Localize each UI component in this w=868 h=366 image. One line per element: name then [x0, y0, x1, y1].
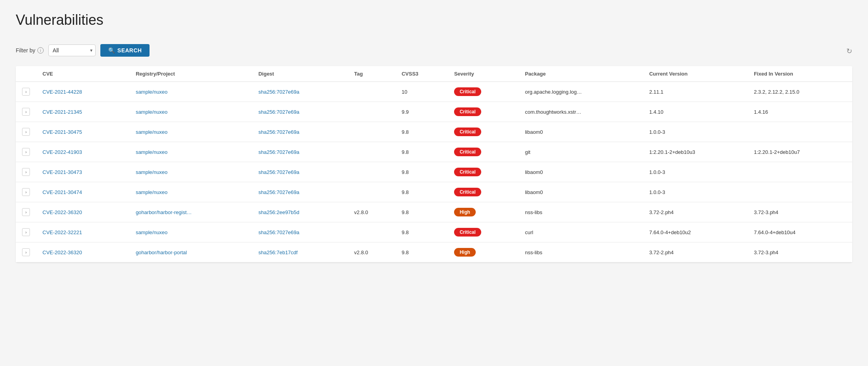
fixed-version-cell: 3.72-3.ph4: [748, 242, 852, 262]
cve-link[interactable]: CVE-2022-36320: [42, 209, 82, 215]
expand-button[interactable]: ›: [22, 108, 30, 116]
fixed-version-cell: 1:2.20.1-2+deb10u7: [748, 142, 852, 162]
cvss3-cell: 9.8: [395, 222, 448, 242]
package-cell: git: [519, 142, 643, 162]
digest-link[interactable]: sha256:7027e69a: [259, 229, 299, 235]
cve-link[interactable]: CVE-2021-30475: [42, 129, 82, 135]
expand-button[interactable]: ›: [22, 128, 30, 136]
filter-info-icon[interactable]: i: [37, 47, 44, 54]
registry-project-link[interactable]: sample/nuxeo: [136, 229, 168, 235]
vulnerabilities-table: CVE Registry/Project Digest Tag CVSS3 Se…: [16, 66, 852, 262]
registry-project-link[interactable]: sample/nuxeo: [136, 129, 168, 135]
digest-link[interactable]: sha256:7027e69a: [259, 149, 299, 155]
current-version-cell: 7.64.0-4+deb10u2: [643, 222, 748, 242]
current-version-cell: 1:2.20.1-2+deb10u3: [643, 142, 748, 162]
cvss3-cell: 9.8: [395, 162, 448, 182]
cve-link[interactable]: CVE-2022-32221: [42, 229, 82, 235]
digest-link[interactable]: sha256:7027e69a: [259, 109, 299, 115]
cve-link[interactable]: CVE-2021-30473: [42, 169, 82, 175]
registry-project-link[interactable]: goharbor/harbor-regist…: [136, 209, 192, 215]
registry-project-link[interactable]: sample/nuxeo: [136, 189, 168, 195]
cvss3-cell: 9.8: [395, 182, 448, 202]
severity-badge: Critical: [454, 188, 481, 196]
severity-badge: Critical: [454, 148, 481, 156]
cve-link[interactable]: CVE-2021-44228: [42, 89, 82, 95]
col-package: Package: [519, 66, 643, 82]
registry-project-link[interactable]: sample/nuxeo: [136, 109, 168, 115]
col-fixed-version: Fixed In Version: [748, 66, 852, 82]
tag-cell: [348, 162, 395, 182]
package-cell: libaom0: [519, 162, 643, 182]
package-cell: nss-libs: [519, 202, 643, 222]
digest-link[interactable]: sha256:7027e69a: [259, 169, 299, 175]
registry-project-link[interactable]: sample/nuxeo: [136, 149, 168, 155]
refresh-icon[interactable]: ↻: [846, 47, 852, 55]
fixed-version-cell: 7.64.0-4+deb10u4: [748, 222, 852, 242]
tag-cell: v2.8.0: [348, 202, 395, 222]
expand-button[interactable]: ›: [22, 148, 30, 156]
digest-link[interactable]: sha256:2ee97b5d: [259, 209, 299, 215]
current-version-cell: 2.11.1: [643, 82, 748, 102]
severity-badge: Critical: [454, 228, 481, 237]
current-version-cell: 3.72-2.ph4: [643, 202, 748, 222]
cvss3-cell: 9.8: [395, 122, 448, 142]
filter-label: Filter by i: [16, 47, 44, 54]
fixed-version-cell: 2.3.2, 2.12.2, 2.15.0: [748, 82, 852, 102]
cvss3-cell: 9.9: [395, 102, 448, 122]
package-cell: org.apache.logging.log…: [519, 82, 643, 102]
col-registry: Registry/Project: [129, 66, 252, 82]
col-severity: Severity: [448, 66, 519, 82]
expand-button[interactable]: ›: [22, 228, 30, 236]
cvss3-cell: 9.8: [395, 142, 448, 162]
table-row: › CVE-2021-30473 sample/nuxeo sha256:702…: [16, 162, 852, 182]
cve-link[interactable]: CVE-2021-30474: [42, 189, 82, 195]
package-cell: libaom0: [519, 122, 643, 142]
cve-link[interactable]: CVE-2021-21345: [42, 109, 82, 115]
tag-cell: v2.8.0: [348, 242, 395, 262]
package-cell: nss-libs: [519, 242, 643, 262]
severity-badge: Critical: [454, 128, 481, 136]
expand-button[interactable]: ›: [22, 188, 30, 196]
col-current-version: Current Version: [643, 66, 748, 82]
table-row: › CVE-2021-30474 sample/nuxeo sha256:702…: [16, 182, 852, 202]
expand-button[interactable]: ›: [22, 168, 30, 176]
tag-cell: [348, 82, 395, 102]
current-version-cell: 3.72-2.ph4: [643, 242, 748, 262]
search-icon: 🔍: [108, 47, 115, 54]
tag-cell: [348, 122, 395, 142]
fixed-version-cell: [748, 162, 852, 182]
filter-select-wrapper: All Critical High Medium Low None Unknow…: [48, 44, 96, 56]
page-title: Vulnerabilities: [16, 12, 852, 28]
fixed-version-cell: 1.4.16: [748, 102, 852, 122]
table-row: › CVE-2021-44228 sample/nuxeo sha256:702…: [16, 82, 852, 102]
current-version-cell: 1.4.10: [643, 102, 748, 122]
col-cve: CVE: [36, 66, 129, 82]
registry-project-link[interactable]: goharbor/harbor-portal: [136, 250, 187, 255]
digest-link[interactable]: sha256:7027e69a: [259, 129, 299, 135]
table-row: › CVE-2022-36320 goharbor/harbor-portal …: [16, 242, 852, 262]
digest-link[interactable]: sha256:7027e69a: [259, 189, 299, 195]
tag-cell: [348, 222, 395, 242]
digest-link[interactable]: sha256:7eb17cdf: [259, 250, 298, 255]
digest-link[interactable]: sha256:7027e69a: [259, 89, 299, 95]
cvss3-cell: 10: [395, 82, 448, 102]
tag-cell: [348, 102, 395, 122]
registry-project-link[interactable]: sample/nuxeo: [136, 169, 168, 175]
filter-select[interactable]: All Critical High Medium Low None Unknow…: [48, 44, 96, 56]
expand-button[interactable]: ›: [22, 88, 30, 96]
expand-button[interactable]: ›: [22, 248, 30, 256]
cve-link[interactable]: CVE-2022-36320: [42, 250, 82, 255]
package-cell: libaom0: [519, 182, 643, 202]
severity-badge: Critical: [454, 168, 481, 176]
table-row: › CVE-2022-41903 sample/nuxeo sha256:702…: [16, 142, 852, 162]
fixed-version-cell: 3.72-3.ph4: [748, 202, 852, 222]
table-row: › CVE-2022-32221 sample/nuxeo sha256:702…: [16, 222, 852, 242]
tag-cell: [348, 142, 395, 162]
package-cell: com.thoughtworks.xstr…: [519, 102, 643, 122]
expand-button[interactable]: ›: [22, 208, 30, 216]
fixed-version-cell: [748, 182, 852, 202]
severity-badge: High: [454, 208, 476, 216]
cve-link[interactable]: CVE-2022-41903: [42, 149, 82, 155]
search-button[interactable]: 🔍 SEARCH: [100, 44, 150, 57]
registry-project-link[interactable]: sample/nuxeo: [136, 89, 168, 95]
